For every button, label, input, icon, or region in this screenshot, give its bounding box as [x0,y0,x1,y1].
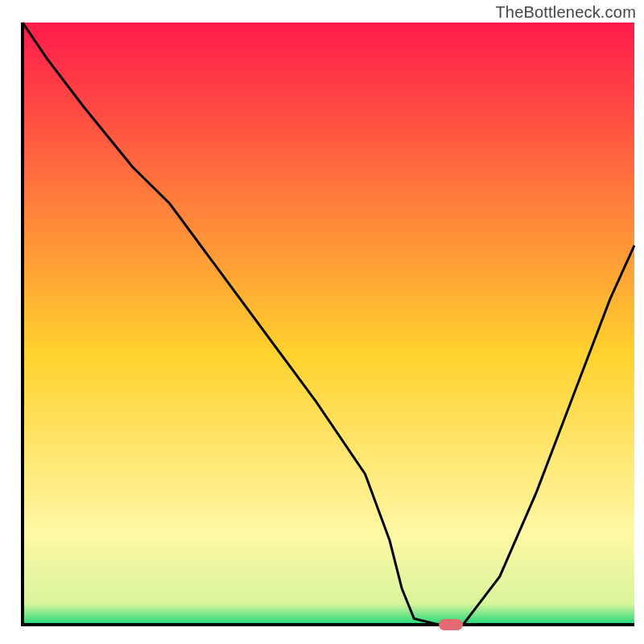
plot-background [23,23,634,625]
bottleneck-chart: TheBottleneck.com [0,0,644,644]
optimal-marker [439,619,463,630]
watermark-label: TheBottleneck.com [495,3,636,22]
chart-svg [0,0,644,644]
